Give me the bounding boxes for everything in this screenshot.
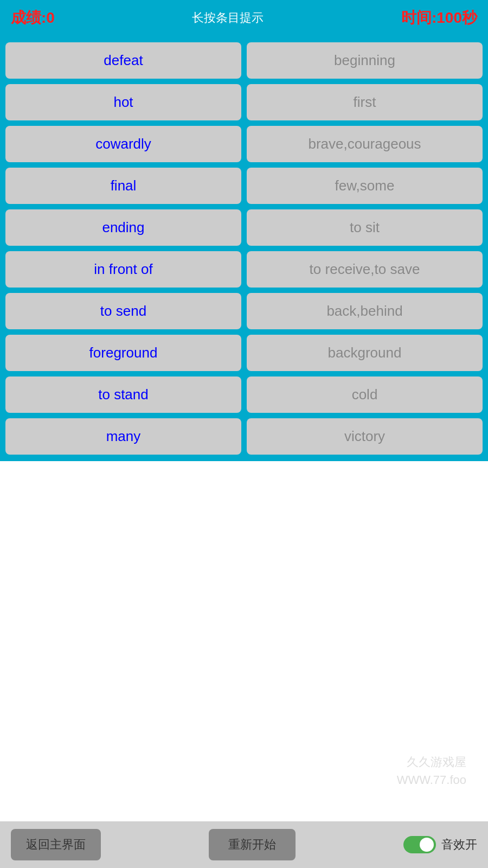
score-display: 成绩:0 <box>11 8 55 28</box>
word-button-cowardly[interactable]: cowardly <box>5 126 241 162</box>
word-button-few-some[interactable]: few,some <box>247 168 483 204</box>
word-button-ending[interactable]: ending <box>5 209 241 246</box>
word-button-to-receive-to-save[interactable]: to receive,to save <box>247 251 483 288</box>
word-button-final[interactable]: final <box>5 168 241 204</box>
word-button-foreground[interactable]: foreground <box>5 335 241 371</box>
word-button-to-send[interactable]: to send <box>5 293 241 329</box>
word-button-hot[interactable]: hot <box>5 84 241 120</box>
timer-label: 时间: <box>401 9 436 26</box>
timer-value: 100秒 <box>436 9 477 26</box>
sound-toggle-container: 音效开 <box>403 836 477 853</box>
word-button-to-stand[interactable]: to stand <box>5 376 241 413</box>
back-button[interactable]: 返回主界面 <box>11 829 101 860</box>
word-button-beginning[interactable]: beginning <box>247 42 483 79</box>
word-button-many[interactable]: many <box>5 418 241 455</box>
word-button-in-front-of[interactable]: in front of <box>5 251 241 288</box>
hint-text: 长按条目提示 <box>192 10 264 26</box>
word-button-back-behind[interactable]: back,behind <box>247 293 483 329</box>
watermark-line1: 久久游戏屋 <box>397 753 466 771</box>
score-label: 成绩: <box>11 9 46 26</box>
restart-button[interactable]: 重新开始 <box>209 829 296 860</box>
word-button-victory[interactable]: victory <box>247 418 483 455</box>
word-button-to-sit[interactable]: to sit <box>247 209 483 246</box>
main-area: 久久游戏屋 WWW.77.foo <box>0 461 488 821</box>
word-button-cold[interactable]: cold <box>247 376 483 413</box>
word-button-brave-courageous[interactable]: brave,courageous <box>247 126 483 162</box>
word-button-background[interactable]: background <box>247 335 483 371</box>
timer-display: 时间:100秒 <box>401 8 477 28</box>
sound-toggle[interactable] <box>403 836 436 853</box>
sound-label: 音效开 <box>441 837 477 853</box>
word-grid: defeatbeginninghotfirstcowardlybrave,cou… <box>0 36 488 461</box>
word-button-first[interactable]: first <box>247 84 483 120</box>
header: 成绩:0 长按条目提示 时间:100秒 <box>0 0 488 36</box>
word-button-defeat[interactable]: defeat <box>5 42 241 79</box>
watermark-line2: WWW.77.foo <box>397 771 466 789</box>
watermark: 久久游戏屋 WWW.77.foo <box>397 753 466 789</box>
score-value: 0 <box>46 9 55 26</box>
footer: 返回主界面 重新开始 音效开 <box>0 821 488 868</box>
